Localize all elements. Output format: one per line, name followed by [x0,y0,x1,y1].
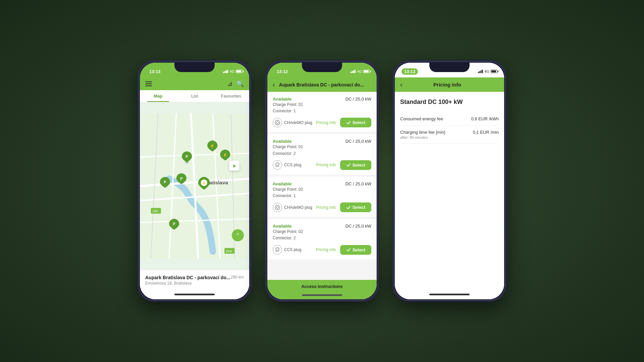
pricing-link-2[interactable]: Pricing info [316,163,336,167]
svg-text:P: P [173,222,175,226]
svg-point-43 [278,207,279,208]
svg-point-30 [277,124,278,124]
svg-point-47 [276,248,277,249]
pricing-header-title: Pricing info [407,82,488,87]
status-badge-1: Available [273,97,303,102]
pricing-value-1: 0,6 EUR /kWh [471,116,499,121]
pricing-link-3[interactable]: Pricing info [316,205,336,210]
status-bar-3: 13:13 4G [395,63,504,77]
charge-point-label-1: Charge Point: 01 [273,102,303,108]
tab-list[interactable]: List [176,90,213,102]
time-3: 13:13 [401,68,418,75]
charge-card-1: Available Charge Point: 01 Connector: 1 … [267,92,377,132]
svg-text:E58: E58 [226,249,231,253]
chademo-icon-1 [273,118,282,127]
location-subtitle: Einsteinova 18, Bratislava [145,281,230,286]
status-icons-1: 4G [223,69,243,73]
select-button-3[interactable]: Select [340,202,371,212]
pricing-label-1: Consumed energy fee [400,116,443,121]
map-header: ⊿ 🔍 [140,77,249,90]
network-badge-1: 4G [229,69,234,73]
pricing-plan-title: Standard DC 100+ kW [400,99,499,106]
charge-point-label-3: Charge Point: 02 [273,186,303,193]
svg-point-28 [276,122,278,124]
pricing-link-1[interactable]: Pricing info [316,120,336,125]
location-distance: 290 km [231,275,244,280]
svg-point-39 [276,206,278,208]
connector-row-4: CCS plug [273,245,301,254]
time-1: 13:13 [147,68,163,75]
status-icons-3: 4G [478,69,497,73]
home-indicator-2 [302,294,342,296]
svg-text:⚡: ⚡ [210,143,215,148]
status-badge-4: Available [273,224,303,229]
connector-label-3: Connector: 1 [273,193,303,199]
phone-2: 13:12 4G ‹ Aupark Bratisla [265,60,379,302]
connector-type-1: CHAdeMO plug [284,120,312,125]
battery-3 [491,70,497,73]
select-button-1[interactable]: Select [340,118,371,127]
status-icons-2: 4G [351,69,370,73]
svg-point-42 [276,207,276,208]
battery-1 [236,70,243,73]
charge-point-label-2: Charge Point: 01 [273,144,303,150]
back-button-3[interactable]: ‹ [400,81,402,88]
search-icon[interactable]: 🔍 [236,80,244,87]
svg-text:P: P [180,177,182,181]
back-button-2[interactable]: ‹ [273,81,275,88]
status-bar-2: 13:12 4G [267,63,377,77]
map-background: Bratislava 158 E58 Kittsee P [140,102,249,270]
select-button-2[interactable]: Select [340,160,371,170]
pricing-content: Standard DC 100+ kW Consumed energy fee … [395,92,504,292]
status-badge-2: Available [273,139,303,144]
charge-point-label-4: Charge Point: 02 [273,229,303,235]
svg-text:⚡: ⚡ [202,181,206,185]
svg-point-33 [276,163,279,166]
time-2: 13:12 [274,68,290,75]
phone-1: 13:13 4G [138,60,252,302]
location-title: Aupark Bratislava DC - parkovací do... [145,275,230,280]
connector-type-2: CCS plug [284,163,301,167]
list-header: ‹ Aupark Bratislava DC - parkovací do... [267,77,377,92]
tab-favourites[interactable]: Favourites [213,90,249,102]
ccs-icon-1 [273,160,282,170]
pricing-value-2: 0,1 EUR /min [473,130,499,135]
select-button-4[interactable]: Select [340,245,371,255]
chademo-icon-2 [273,203,282,212]
svg-text:158: 158 [152,209,158,213]
notch-3 [429,63,470,72]
svg-point-37 [278,164,278,164]
map-svg: Bratislava 158 E58 Kittsee P [140,102,249,270]
power-label-1: DC / 25,0 kW [345,97,371,102]
charge-card-2: Available Charge Point: 01 Connector: 2 … [267,134,377,174]
svg-point-41 [277,208,278,209]
status-bar-1: 13:13 4G [140,63,249,77]
pricing-row-1: Consumed energy fee 0,6 EUR /kWh [400,112,499,126]
svg-point-29 [277,121,278,122]
network-badge-2: 4G [357,69,362,73]
access-instructions-footer[interactable]: Access instructions [267,280,377,293]
chevron-up-button[interactable]: ^ [232,229,244,241]
filter-icon[interactable]: ⊿ [227,80,232,87]
hamburger-menu[interactable] [145,81,152,86]
pricing-link-4[interactable]: Pricing info [316,247,336,252]
signal-bars-3 [478,70,483,73]
tab-map[interactable]: Map [140,90,176,102]
map-container[interactable]: Bratislava 158 E58 Kittsee P [140,102,249,270]
bottom-card: Aupark Bratislava DC - parkovací do... E… [140,270,249,292]
home-indicator-1 [174,294,215,295]
status-badge-3: Available [273,181,303,186]
svg-point-36 [276,164,277,164]
connector-row-2: CCS plug [273,160,301,170]
charge-points-list[interactable]: Available Charge Point: 01 Connector: 1 … [267,92,377,280]
svg-point-31 [276,122,276,123]
pricing-header: ‹ Pricing info [395,77,504,92]
list-header-title: Aupark Bratislava DC - parkovací do... [279,82,371,87]
connector-type-4: CCS plug [284,247,301,252]
connector-label-2: Connector: 2 [273,150,303,157]
signal-bars-1 [223,70,228,73]
svg-point-32 [278,122,279,123]
connector-type-3: CHAdeMO plug [284,205,312,210]
power-label-2: DC / 25,0 kW [345,139,371,144]
pricing-sub-2: after: 90 minutes [400,135,445,139]
